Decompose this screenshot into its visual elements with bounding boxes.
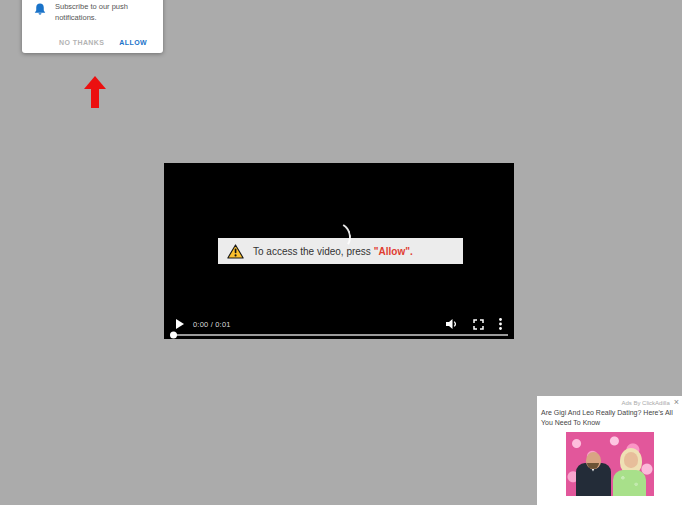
arrow-stem [91,89,99,108]
push-notification-dialog: Subscribe to our push notifications. NO … [22,0,163,53]
video-controls-bar: 0:00 / 0:01 [164,317,514,331]
ad-close-icon[interactable]: × [674,399,679,406]
ad-attribution-link[interactable]: Ads By ClickAdilla [621,400,669,406]
ad-photo-woman-head [624,452,638,468]
allow-button[interactable]: ALLOW [119,39,147,46]
notification-actions: NO THANKS ALLOW [59,39,147,46]
ad-top-bar: Ads By ClickAdilla × [537,396,682,406]
time-display: 0:00 / 0:01 [193,320,231,329]
warning-text: To access the video, press [253,246,371,257]
warning-allow-text: "Allow". [374,246,413,257]
ad-panel: Ads By ClickAdilla × Are Gigi And Leo Re… [537,396,682,505]
kebab-menu-icon[interactable] [499,318,502,330]
ad-photo-man-head [586,452,601,469]
bell-icon [33,2,47,18]
page-background: Subscribe to our push notifications. NO … [0,0,682,505]
fullscreen-icon[interactable] [473,319,484,330]
play-button[interactable] [176,319,184,329]
arrow-head [84,76,106,89]
ad-celebrity-photo[interactable] [566,432,654,496]
warning-triangle-icon [227,244,244,259]
ad-photo-woman-dress [613,470,646,496]
progress-knob[interactable] [170,332,177,339]
ad-headline-link[interactable]: Are Gigi And Leo Really Dating? Here's A… [537,406,682,428]
volume-icon[interactable] [445,318,458,330]
notification-message: Subscribe to our push notifications. [55,1,147,24]
video-player[interactable]: To access the video, press "Allow". 0:00… [164,163,514,339]
progress-bar[interactable] [172,334,508,336]
no-thanks-button[interactable]: NO THANKS [59,39,104,46]
red-arrow-up-annotation [84,76,106,108]
